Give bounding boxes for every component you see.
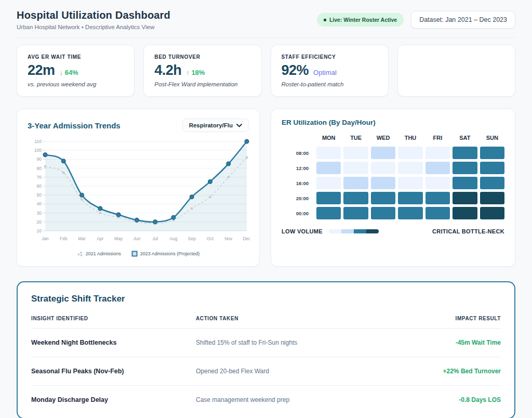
series-2021-point: [191, 207, 193, 210]
admission-trends-title: 3-Year Admission Trends: [28, 121, 121, 130]
heatmap-cell-wed-12:00: [371, 162, 395, 174]
x-tick-label: Oct: [207, 236, 214, 241]
tracker-title: Strategic Shift Tracker: [31, 294, 501, 304]
series-2023-point: [135, 218, 139, 223]
tracker-row-1-insight: Seasonal Flu Peaks (Nov-Feb): [31, 357, 196, 385]
heatmap-cell-mon-16:00: [316, 177, 341, 189]
er-utilization-header: ER Utilization (By Day/Hour): [282, 119, 504, 126]
heatmap-corner: [282, 138, 314, 141]
legend-scale-high: [354, 229, 366, 233]
heatmap-cell-fri-00:00: [425, 207, 450, 219]
y-tick-label: 20: [37, 219, 42, 225]
series-2023-point: [116, 213, 121, 217]
dataset-range-button[interactable]: Dataset: Jan 2021 – Dec 2023: [411, 11, 515, 29]
legend-label-2021: 2021 Admissions: [86, 251, 121, 256]
tracker-col-insight: INSIGHT IDENTIFIED: [31, 311, 196, 328]
heatmap-day-wed: WED: [371, 135, 395, 144]
heatmap-cell-wed-16:00: [371, 177, 395, 189]
kpi-card-1: BED TURNOVER4.2h↑ 18%Post-Flex Ward impl…: [143, 45, 261, 97]
heatmap-day-sun: SUN: [480, 135, 504, 144]
series-2023-point: [208, 180, 212, 184]
heatmap-cell-sat-00:00: [453, 207, 477, 219]
kpi-card-empty: [397, 45, 515, 97]
series-2023-point: [245, 139, 249, 143]
x-tick-label: Apr: [97, 236, 103, 241]
series-2023-point: [43, 153, 47, 157]
kpi-row: AVG ER WAIT TIME22m↓ 64%vs. previous wee…: [17, 45, 515, 97]
x-tick-label: Mar: [78, 236, 86, 241]
series-2023-point: [190, 195, 194, 199]
kpi-note: Roster-to-patient match: [282, 81, 378, 87]
admission-trends-header: 3-Year Admission Trends Respiratory/Flu: [28, 119, 249, 132]
kpi-note: vs. previous weekend avg: [28, 81, 124, 87]
er-utilization-title: ER Utilization (By Day/Hour): [282, 119, 376, 126]
tracker-col-impact: IMPACT RESULT: [387, 311, 501, 328]
series-2023-point: [227, 162, 231, 166]
series-2023-point: [98, 206, 102, 211]
kpi-value: 4.2h: [154, 62, 181, 79]
series-2021-point: [209, 195, 211, 198]
legend-item-2021: 2021 Admissions: [77, 251, 121, 257]
y-tick-label: 70: [37, 175, 42, 180]
kpi-card-2: STAFF EFFICIENCY92%OptimalRoster-to-pati…: [271, 45, 389, 97]
admission-trends-panel: 3-Year Admission Trends Respiratory/Flu …: [17, 109, 260, 267]
legend-label-2023: 2023 Admissions (Projected): [140, 251, 200, 256]
heatmap-cell-fri-12:00: [425, 162, 450, 174]
kpi-label: BED TURNOVER: [154, 54, 250, 60]
series-2021-point: [44, 165, 47, 168]
heatmap-cell-thu-20:00: [398, 192, 422, 204]
x-tick-label: Dec: [243, 236, 250, 241]
heatmap-cell-sat-12:00: [453, 162, 477, 174]
tracker-row-1-action: Opened 20-bed Flex Ward: [196, 357, 387, 385]
kpi-note: Post-Flex Ward implementation: [154, 81, 250, 87]
dotted-series-icon: [77, 251, 83, 257]
header: Hospital Utilization Dashboard Urban Hos…: [17, 9, 515, 38]
heatmap-cell-sun-00:00: [480, 207, 504, 219]
kpi-delta: Optimal: [313, 69, 337, 76]
heatmap-cell-sat-16:00: [453, 177, 477, 189]
heatmap-cell-wed-00:00: [371, 207, 395, 219]
heatmap-cell-thu-16:00: [398, 177, 422, 189]
x-tick-label: Aug: [169, 236, 177, 241]
series-2021-point: [246, 156, 248, 159]
heatmap-cell-wed-08:00: [371, 147, 395, 159]
heatmap-cell-mon-00:00: [316, 207, 341, 219]
tracker-row-0-action: Shifted 15% of staff to Fri-Sun nights: [196, 329, 387, 357]
heatmap-cell-sun-08:00: [480, 147, 504, 159]
heatmap-day-thu: THU: [398, 135, 422, 144]
x-tick-label: Jan: [42, 236, 49, 241]
x-tick-label: Jul: [152, 236, 158, 241]
heatmap-cell-mon-12:00: [316, 162, 341, 174]
page-title: Hospital Utilization Dashboard: [17, 9, 170, 21]
heatmap-cell-tue-08:00: [343, 147, 368, 159]
category-filter-dropdown[interactable]: Respiratory/Flu: [182, 119, 249, 132]
x-tick-label: Sep: [188, 236, 196, 241]
heatmap-time-20:00: 20:00: [282, 195, 314, 201]
heatmap-cell-tue-20:00: [343, 192, 368, 204]
heatmap-time-00:00: 00:00: [282, 211, 314, 216]
heatmap-cell-tue-00:00: [343, 207, 368, 219]
category-filter-value: Respiratory/Flu: [189, 122, 233, 128]
heatmap-cell-thu-08:00: [398, 147, 422, 159]
series-2021-point: [227, 176, 230, 178]
tracker-table: INSIGHT IDENTIFIED ACTION TAKEN IMPACT R…: [31, 311, 501, 414]
kpi-label: STAFF EFFICIENCY: [282, 54, 378, 60]
kpi-value: 22m: [28, 62, 55, 79]
heatmap-day-sat: SAT: [453, 135, 477, 144]
heatmap-cell-sun-20:00: [480, 192, 504, 204]
heatmap-legend-high: CRITICAL BOTTLE-NECK: [432, 228, 504, 234]
live-status-label: Live: Winter Roster Active: [329, 17, 397, 23]
heatmap-cell-thu-00:00: [398, 207, 422, 219]
live-status-badge: Live: Winter Roster Active: [317, 13, 404, 27]
heatmap-time-12:00: 12:00: [282, 165, 314, 171]
kpi-delta: ↓ 64%: [60, 69, 78, 76]
strategic-shift-tracker-panel: Strategic Shift Tracker INSIGHT IDENTIFI…: [17, 281, 515, 418]
heatmap-cell-tue-16:00: [343, 177, 368, 189]
kpi-value: 92%: [282, 62, 309, 79]
y-tick-label: 50: [37, 192, 42, 198]
heatmap-day-mon: MON: [316, 135, 341, 144]
x-tick-label: May: [114, 236, 123, 241]
kpi-value-line: 92%Optimal: [282, 62, 378, 79]
legend-scale-critical: [366, 229, 379, 233]
heatmap-cell-mon-20:00: [316, 192, 341, 204]
